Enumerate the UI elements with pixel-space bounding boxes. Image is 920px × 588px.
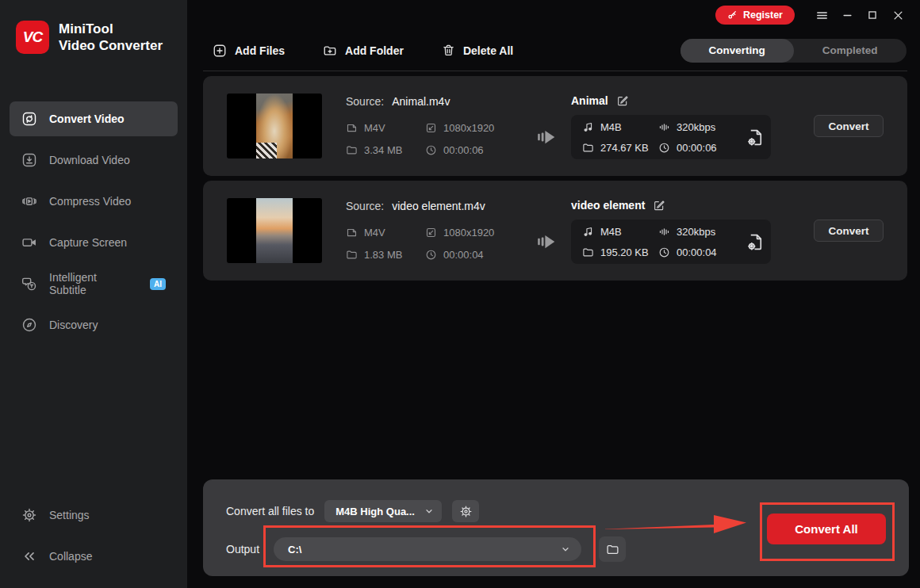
source-duration: 00:00:04	[443, 249, 484, 261]
app-title-line2: Video Converter	[59, 37, 163, 54]
sidebar-item-label: Discovery	[49, 319, 98, 331]
clock-icon	[658, 142, 670, 154]
sidebar-nav: Convert Video Download Video Compress	[0, 101, 187, 349]
sidebar-item-compress-video[interactable]: Compress Video	[10, 184, 178, 219]
sidebar-item-label: Collapse	[49, 550, 92, 563]
key-icon	[727, 10, 738, 21]
target-bitrate: 320kbps	[677, 121, 715, 133]
target-duration: 00:00:06	[677, 142, 717, 154]
source-filename: Animal.m4v	[392, 95, 450, 108]
chevron-down-icon	[561, 544, 570, 554]
target-size: 195.20 KB	[600, 246, 649, 258]
intelligent-subtitle-icon	[21, 276, 37, 292]
clock-icon	[425, 144, 437, 156]
audio-file-icon	[582, 121, 594, 133]
register-label: Register	[743, 10, 783, 21]
titlebar: Register	[187, 0, 920, 30]
add-files-button[interactable]: Add Files	[213, 44, 285, 58]
sidebar-item-collapse[interactable]: Collapse	[10, 539, 178, 574]
format-file-icon	[346, 122, 358, 134]
app-logo-row: VC MiniTool Video Converter	[0, 0, 187, 55]
source-size: 1.83 MB	[364, 249, 402, 261]
output-settings-icon[interactable]	[746, 232, 765, 252]
output-settings-icon[interactable]	[746, 128, 765, 147]
ai-badge: AI	[150, 278, 166, 290]
sidebar-item-label: Settings	[49, 509, 90, 521]
main-area: Register Add Files	[187, 0, 920, 588]
folder-icon	[346, 144, 358, 156]
bitrate-icon	[658, 226, 670, 238]
target-format: M4B	[600, 226, 622, 238]
app-title-line1: MiniTool	[59, 21, 163, 37]
delete-all-label: Delete All	[463, 44, 513, 57]
app-title: MiniTool Video Converter	[59, 21, 163, 55]
add-files-label: Add Files	[235, 44, 285, 57]
sidebar-item-label: Capture Screen	[49, 236, 127, 249]
transfer-arrow-icon	[522, 231, 571, 252]
source-label: Source:	[346, 95, 384, 108]
target-name: video element	[571, 199, 645, 212]
maximize-icon[interactable]	[860, 5, 885, 25]
target-info: Animal M4B 320kbps	[571, 93, 814, 159]
target-spec-card: M4B 320kbps 195.20 KB 00:00:04	[571, 220, 771, 264]
sidebar-item-download-video[interactable]: Download Video	[10, 143, 178, 178]
source-format: M4V	[364, 227, 385, 239]
resolution-icon	[425, 227, 437, 239]
sidebar-item-intelligent-subtitle[interactable]: Intelligent Subtitle AI	[10, 266, 178, 301]
source-filename: video element.m4v	[392, 200, 485, 212]
resolution-icon	[425, 122, 437, 134]
menu-icon[interactable]	[809, 5, 834, 25]
output-format-dropdown[interactable]: M4B High Qua...	[324, 500, 442, 522]
target-format: M4B	[600, 121, 622, 133]
target-bitrate: 320kbps	[677, 226, 715, 238]
format-settings-button[interactable]	[452, 500, 479, 522]
transfer-arrow-icon	[522, 127, 571, 147]
source-label: Source:	[346, 200, 384, 212]
add-folder-icon	[323, 44, 337, 58]
source-resolution: 1080x1920	[443, 122, 494, 134]
sidebar-item-label: Download Video	[49, 154, 130, 166]
target-duration: 00:00:04	[677, 246, 717, 258]
view-tabs: Converting Completed	[680, 39, 907, 63]
delete-all-button[interactable]: Delete All	[442, 44, 513, 57]
sidebar-item-capture-screen[interactable]: Capture Screen	[10, 225, 178, 260]
add-files-icon	[213, 44, 227, 58]
conversion-list: Source: Animal.m4v M4V 1080x1920 3.34 MB	[187, 71, 920, 281]
audio-file-icon	[582, 226, 594, 238]
output-format-value: M4B High Qua...	[335, 506, 415, 517]
convert-button[interactable]: Convert	[814, 220, 884, 242]
source-duration: 00:00:06	[443, 144, 484, 156]
source-size: 3.34 MB	[364, 144, 402, 156]
minimize-icon[interactable]	[834, 5, 860, 25]
convert-button[interactable]: Convert	[814, 115, 884, 137]
app-logo-icon: VC	[16, 21, 49, 54]
sidebar-item-convert-video[interactable]: Convert Video	[10, 101, 178, 136]
conversion-row: Source: Animal.m4v M4V 1080x1920 3.34 MB	[203, 76, 907, 176]
sidebar-item-label: Convert Video	[49, 113, 125, 125]
browse-output-folder-button[interactable]	[599, 536, 626, 562]
tab-completed[interactable]: Completed	[794, 39, 907, 63]
register-button[interactable]: Register	[715, 6, 795, 25]
add-folder-button[interactable]: Add Folder	[323, 44, 404, 58]
video-thumbnail	[227, 94, 322, 158]
sidebar-item-settings[interactable]: Settings	[10, 498, 178, 533]
close-icon[interactable]	[885, 5, 910, 25]
source-info: Source: Animal.m4v M4V 1080x1920 3.34 MB	[346, 94, 522, 159]
chevron-down-icon	[424, 506, 434, 516]
tab-converting[interactable]: Converting	[680, 39, 794, 63]
target-info: video element M4B 320kbps	[571, 197, 814, 264]
source-resolution: 1080x1920	[443, 227, 494, 239]
delete-all-icon	[442, 44, 455, 57]
convert-video-icon	[21, 111, 37, 127]
clock-icon	[425, 249, 437, 261]
add-folder-label: Add Folder	[345, 44, 404, 57]
edit-icon[interactable]	[653, 199, 665, 212]
convert-all-files-to-label: Convert all files to	[226, 505, 314, 517]
output-path-dropdown[interactable]: C:\	[274, 537, 581, 561]
sidebar-item-discovery[interactable]: Discovery	[10, 307, 178, 342]
toolbar: Add Files Add Folder Delete All Converti…	[187, 30, 920, 71]
sidebar-item-label: Intelligent Subtitle	[49, 271, 136, 296]
convert-all-button[interactable]: Convert All	[767, 514, 886, 544]
conversion-row: Source: video element.m4v M4V 1080x1920 …	[203, 181, 907, 281]
edit-icon[interactable]	[616, 94, 629, 107]
